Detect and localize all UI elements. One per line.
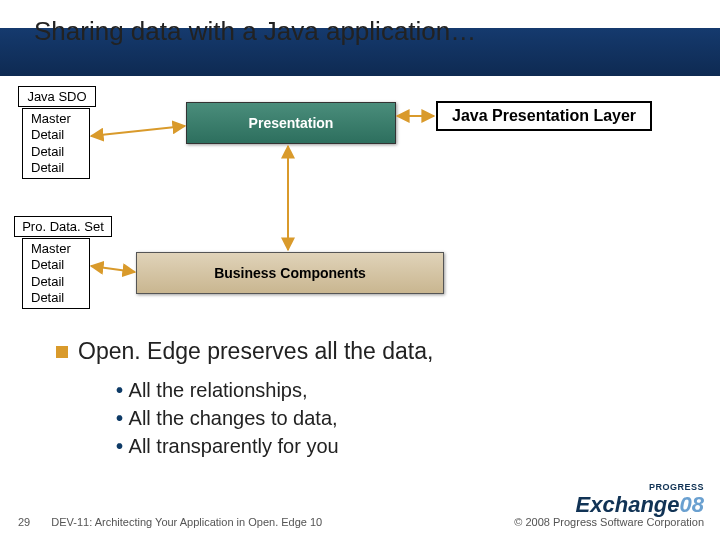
sdo-row: Detail — [31, 144, 81, 160]
pds-row: Detail — [31, 290, 81, 306]
pds-row: Master — [31, 241, 81, 257]
java-sdo-label: Java SDO — [18, 86, 96, 107]
sdo-row: Detail — [31, 160, 81, 176]
pds-row: Detail — [31, 274, 81, 290]
svg-line-0 — [91, 126, 185, 136]
logo-main-b: 08 — [680, 492, 704, 517]
page-number: 29 — [18, 516, 30, 528]
presentation-label: Presentation — [249, 115, 334, 131]
java-presentation-layer-box: Java Presentation Layer — [436, 101, 652, 131]
sub-bullet: All transparently for you — [116, 435, 339, 458]
svg-line-1 — [91, 266, 135, 272]
sdo-detail-box: Master Detail Detail Detail — [22, 108, 90, 179]
sub-bullet-list: All the relationships, All the changes t… — [116, 374, 339, 463]
sub-bullet: All the changes to data, — [116, 407, 339, 430]
slide-title: Sharing data with a Java application… — [34, 16, 476, 47]
exchange-logo: PROGRESS Exchange08 — [576, 482, 704, 518]
main-bullet: Open. Edge preserves all the data, — [56, 338, 433, 365]
footer-copyright: © 2008 Progress Software Corporation — [514, 516, 704, 528]
square-bullet-icon — [56, 346, 68, 358]
sub-bullet: All the relationships, — [116, 379, 339, 402]
footer-left: 29 DEV-11: Architecting Your Application… — [18, 516, 322, 528]
sdo-row: Master — [31, 111, 81, 127]
presentation-box: Presentation — [186, 102, 396, 144]
logo-main-a: Exchange — [576, 492, 680, 517]
business-components-label: Business Components — [214, 265, 366, 281]
pds-row: Detail — [31, 257, 81, 273]
session-title: DEV-11: Architecting Your Application in… — [51, 516, 322, 528]
business-components-box: Business Components — [136, 252, 444, 294]
main-bullet-text: Open. Edge preserves all the data, — [78, 338, 433, 364]
sdo-row: Detail — [31, 127, 81, 143]
prodataset-label: Pro. Data. Set — [14, 216, 112, 237]
logo-top-text: PROGRESS — [576, 482, 704, 492]
pds-detail-box: Master Detail Detail Detail — [22, 238, 90, 309]
